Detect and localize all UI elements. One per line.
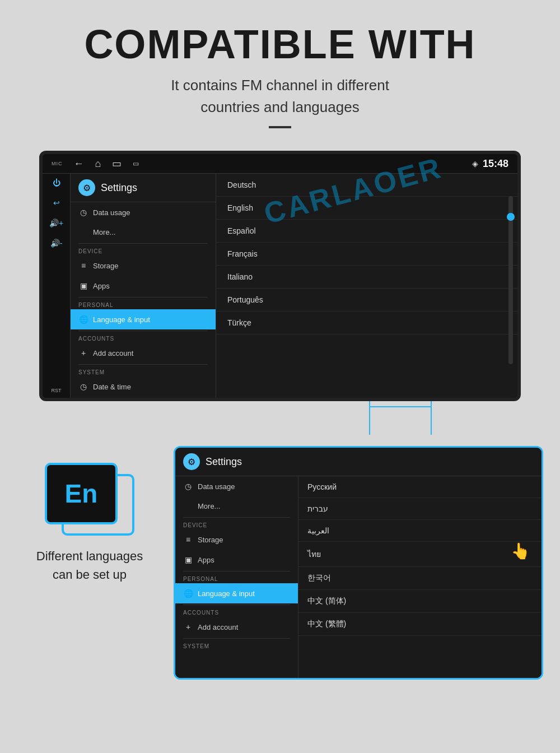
- connection-lines: [39, 401, 521, 440]
- personal-section-label: PERSONAL: [71, 299, 216, 309]
- en-icon-front: En: [45, 463, 118, 524]
- title-divider: [269, 126, 291, 128]
- data-usage-label: Data usage: [93, 208, 130, 217]
- side-controls: ⏻ ↩ 🔊+ 🔊- RST: [43, 174, 71, 398]
- menu-data-usage[interactable]: ◷ Data usage: [71, 202, 216, 222]
- z-personal-label: PERSONAL: [175, 573, 298, 583]
- more-label: More...: [93, 228, 115, 236]
- z-storage-icon: ≡: [183, 535, 193, 544]
- z-divider-system: [183, 638, 290, 639]
- lang-item-deutsch[interactable]: Deutsch: [216, 174, 517, 197]
- add-account-icon: +: [78, 348, 88, 357]
- recent-icon[interactable]: ▭: [112, 157, 122, 170]
- en-text: En: [65, 478, 98, 509]
- back-side-btn[interactable]: ↩: [53, 198, 60, 207]
- accounts-section-label: ACCOUNTS: [71, 332, 216, 343]
- settings-right-panel: Deutsch English Español Français Italian…: [216, 174, 517, 398]
- lang-item-turkce[interactable]: Türkçe: [216, 312, 517, 334]
- apps-label: Apps: [93, 282, 110, 290]
- z-menu-storage[interactable]: ≡ Storage: [175, 529, 298, 550]
- zoomed-left-panel: ◷ Data usage More... DEVICE ≡ Storage ▣ …: [175, 476, 298, 678]
- z-device-label: DEVICE: [175, 519, 298, 529]
- home-icon[interactable]: ⌂: [95, 158, 101, 170]
- storage-icon: ≡: [78, 261, 88, 270]
- status-bar: MIC ← ⌂ ▭ ▭ ◈ 15:48: [43, 154, 517, 174]
- z-lang-thai[interactable]: ไทย 👆: [298, 542, 542, 567]
- language-input-label: Language & input: [93, 315, 150, 324]
- settings-left-panel: ⚙ Settings ◷ Data usage More... DEVICE ≡…: [71, 174, 216, 398]
- data-usage-icon: ◷: [78, 208, 88, 217]
- lang-item-italiano[interactable]: Italiano: [216, 266, 517, 289]
- language-icon: 🌐: [78, 315, 88, 324]
- z-menu-data-usage[interactable]: ◷ Data usage: [175, 476, 298, 496]
- z-divider-personal: [183, 571, 290, 571]
- subtitle: It contains FM channel in differentcount…: [34, 75, 526, 118]
- menu-apps[interactable]: ▣ Apps: [71, 276, 216, 296]
- z-data-usage-icon: ◷: [183, 482, 193, 491]
- signal-icon: ▭: [133, 160, 139, 168]
- settings-app-icon: ⚙: [78, 179, 95, 196]
- menu-storage[interactable]: ≡ Storage: [71, 255, 216, 276]
- settings-header: ⚙ Settings: [71, 174, 216, 202]
- settings-layout: ⏻ ↩ 🔊+ 🔊- RST ⚙ Settings ◷ Data usage: [43, 174, 517, 398]
- lang-item-francais[interactable]: Français: [216, 243, 517, 266]
- status-right: ◈ 15:48: [472, 158, 508, 170]
- main-device: MIC ← ⌂ ▭ ▭ ◈ 15:48 ⏻ ↩ 🔊+ 🔊- RST: [39, 151, 521, 401]
- vol-down-btn[interactable]: 🔊-: [50, 239, 63, 248]
- z-lang-chinese-traditional[interactable]: 中文 (繁體): [298, 613, 542, 636]
- menu-date-time[interactable]: ◷ Date & time: [71, 376, 216, 397]
- z-lang-korean[interactable]: 한국어: [298, 567, 542, 590]
- apps-icon: ▣: [78, 281, 88, 290]
- left-icon-area: En Different languages can be set up: [17, 446, 162, 584]
- z-lang-hebrew[interactable]: עברית: [298, 498, 542, 520]
- en-icon: En: [45, 463, 134, 536]
- z-language-icon: 🌐: [183, 589, 193, 598]
- connection-area: [39, 401, 521, 440]
- z-lang-russian[interactable]: Русский: [298, 476, 542, 498]
- date-time-label: Date & time: [93, 383, 131, 391]
- mic-label: MIC: [52, 161, 63, 166]
- scroll-track: [508, 196, 513, 364]
- z-accounts-label: ACCOUNTS: [175, 606, 298, 617]
- device-screen: MIC ← ⌂ ▭ ▭ ◈ 15:48 ⏻ ↩ 🔊+ 🔊- RST: [39, 151, 521, 401]
- menu-language-input[interactable]: 🌐 Language & input: [71, 309, 216, 329]
- zoomed-layout: ◷ Data usage More... DEVICE ≡ Storage ▣ …: [175, 476, 542, 678]
- date-time-icon: ◷: [78, 382, 88, 391]
- hand-cursor-icon: 👆: [511, 542, 530, 560]
- z-divider-device: [183, 517, 290, 518]
- z-system-label: SYSTEM: [175, 640, 298, 650]
- bottom-caption: Different languages can be set up: [36, 547, 143, 584]
- z-lang-chinese-simplified[interactable]: 中文 (简体): [298, 590, 542, 613]
- z-menu-more[interactable]: More...: [175, 496, 298, 516]
- vol-up-btn[interactable]: 🔊+: [49, 219, 63, 227]
- zoomed-right-panel: Русский עברית العربية ไทย 👆 한국어 中文 (简体) …: [298, 476, 542, 678]
- rst-label: RST: [52, 388, 62, 393]
- status-left: MIC ← ⌂ ▭ ▭: [52, 157, 139, 170]
- back-icon[interactable]: ←: [74, 158, 84, 170]
- device-section-label: DEVICE: [71, 245, 216, 255]
- divider-system: [78, 364, 208, 365]
- system-section-label: SYSTEM: [71, 366, 216, 376]
- z-add-account-icon: +: [183, 622, 193, 631]
- power-btn[interactable]: ⏻: [53, 178, 60, 187]
- zoomed-settings-icon: ⚙: [183, 453, 200, 470]
- z-lang-arabic[interactable]: العربية: [298, 520, 542, 542]
- lang-item-espanol[interactable]: Español: [216, 220, 517, 243]
- top-section: COMPATIBLE WITH It contains FM channel i…: [0, 0, 560, 151]
- z-menu-apps[interactable]: ▣ Apps: [175, 550, 298, 570]
- divider-personal: [78, 297, 208, 298]
- gps-icon: ◈: [472, 159, 478, 168]
- main-title: COMPATIBLE WITH: [34, 22, 526, 67]
- lang-item-portugues[interactable]: Português: [216, 289, 517, 312]
- storage-label: Storage: [93, 262, 119, 270]
- menu-add-account[interactable]: + Add account: [71, 343, 216, 363]
- zoomed-header: ⚙ Settings: [175, 448, 542, 476]
- divider-accounts: [78, 331, 208, 331]
- lang-item-english[interactable]: English: [216, 197, 517, 220]
- divider-device: [78, 243, 208, 244]
- settings-title: Settings: [101, 182, 137, 194]
- menu-more[interactable]: More...: [71, 222, 216, 242]
- z-menu-language-input[interactable]: 🌐 Language & input: [175, 583, 298, 603]
- zoomed-settings-panel: ⚙ Settings ◷ Data usage More... DEVICE ≡…: [174, 446, 543, 680]
- z-menu-add-account[interactable]: + Add account: [175, 617, 298, 637]
